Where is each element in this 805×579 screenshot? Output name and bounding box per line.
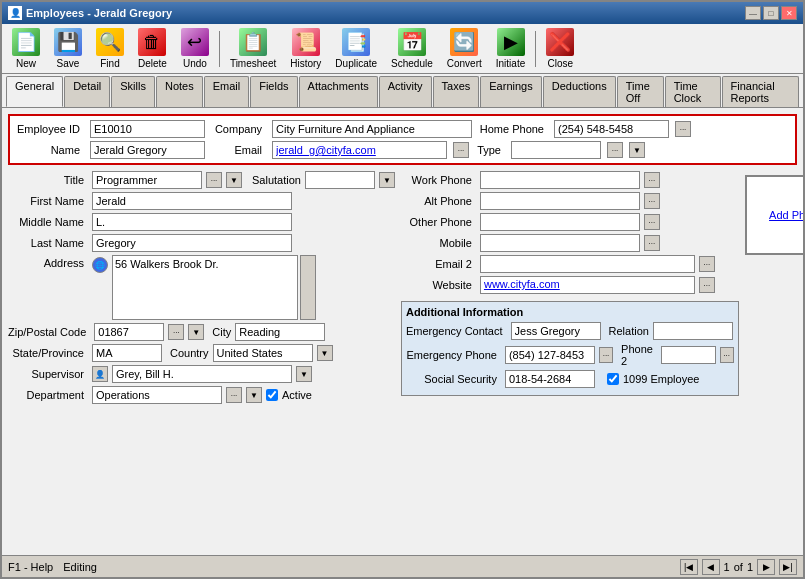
work-phone-input[interactable] (480, 171, 640, 189)
tab-activity[interactable]: Activity (379, 76, 432, 107)
title-dots-button[interactable]: ··· (206, 172, 222, 188)
home-phone-input[interactable] (554, 120, 669, 138)
website-dots-button[interactable]: ··· (699, 277, 715, 293)
website-label: Website (401, 279, 476, 291)
supervisor-input[interactable] (112, 365, 292, 383)
duplicate-button[interactable]: 📑 Duplicate (329, 26, 383, 71)
convert-button[interactable]: 🔄 Convert (441, 26, 488, 71)
mobile-dots-button[interactable]: ··· (644, 235, 660, 251)
title-dropdown-button[interactable]: ▼ (226, 172, 242, 188)
convert-label: Convert (447, 58, 482, 69)
country-dropdown-button[interactable]: ▼ (317, 345, 333, 361)
last-name-input[interactable] (92, 234, 292, 252)
add-photo-link[interactable]: Add Photo (769, 209, 803, 221)
salutation-dropdown-button[interactable]: ▼ (379, 172, 395, 188)
1099-employee-checkbox[interactable] (607, 373, 619, 385)
close-button[interactable]: ✕ (781, 6, 797, 20)
email-dots-button[interactable]: ··· (453, 142, 469, 158)
website-link[interactable]: www.cityfa.com (480, 276, 695, 294)
zip-input[interactable] (94, 323, 164, 341)
type-dots-button[interactable]: ··· (607, 142, 623, 158)
title-bar-left: 👤 Employees - Jerald Gregory (8, 6, 172, 20)
other-phone-dots-button[interactable]: ··· (644, 214, 660, 230)
emergency-phone-dots-button[interactable]: ··· (599, 347, 613, 363)
additional-info-section: Additional Information Emergency Contact… (401, 301, 739, 396)
tab-fields[interactable]: Fields (250, 76, 297, 107)
close-toolbar-button[interactable]: ❌ Close (540, 26, 580, 71)
tab-detail[interactable]: Detail (64, 76, 110, 107)
work-phone-dots-button[interactable]: ··· (644, 172, 660, 188)
salutation-input[interactable] (305, 171, 375, 189)
email2-input[interactable] (480, 255, 695, 273)
phone2-input[interactable] (661, 346, 716, 364)
middle-name-input[interactable] (92, 213, 292, 231)
timesheet-button[interactable]: 📋 Timesheet (224, 26, 282, 71)
minimize-button[interactable]: — (745, 6, 761, 20)
other-phone-input[interactable] (480, 213, 640, 231)
tab-general[interactable]: General (6, 76, 63, 107)
next-page-button[interactable]: ▶ (757, 559, 775, 575)
tab-financial-reports[interactable]: Financial Reports (722, 76, 799, 107)
email2-dots-button[interactable]: ··· (699, 256, 715, 272)
last-page-button[interactable]: ▶| (779, 559, 797, 575)
zip-dropdown-button[interactable]: ▼ (188, 324, 204, 340)
email-input[interactable] (272, 141, 447, 159)
tab-skills[interactable]: Skills (111, 76, 155, 107)
active-checkbox[interactable] (266, 389, 278, 401)
tab-email[interactable]: Email (204, 76, 250, 107)
find-button[interactable]: 🔍 Find (90, 26, 130, 71)
zip-dots-button[interactable]: ··· (168, 324, 184, 340)
home-phone-dots-button[interactable]: ··· (675, 121, 691, 137)
globe-icon[interactable]: 🌐 (92, 257, 108, 273)
save-button[interactable]: 💾 Save (48, 26, 88, 71)
emergency-phone-row: Emergency Phone ··· Phone 2 ··· (406, 343, 734, 367)
supervisor-dropdown-button[interactable]: ▼ (296, 366, 312, 382)
toolbar: 📄 New 💾 Save 🔍 Find 🗑 Delete ↩ Undo 📋 Ti… (2, 24, 803, 74)
email2-row: Email 2 ··· (401, 255, 739, 273)
tab-deductions[interactable]: Deductions (543, 76, 616, 107)
title-input[interactable] (92, 171, 202, 189)
address-scrollbar[interactable] (300, 255, 316, 320)
page-of: of (734, 561, 743, 573)
address-textarea[interactable]: 56 Walkers Brook Dr. (112, 255, 298, 320)
last-name-row: Last Name (8, 234, 395, 252)
alt-phone-input[interactable] (480, 192, 640, 210)
tab-earnings[interactable]: Earnings (480, 76, 541, 107)
emergency-phone-input[interactable] (505, 346, 595, 364)
social-security-input[interactable] (505, 370, 595, 388)
state-input[interactable] (92, 344, 162, 362)
relation-input[interactable] (653, 322, 733, 340)
initiate-button[interactable]: ▶ Initiate (490, 26, 531, 71)
main-area: Title ··· ▼ Salutation ▼ First Name Midd… (8, 171, 797, 407)
tab-taxes[interactable]: Taxes (433, 76, 480, 107)
country-input[interactable] (213, 344, 313, 362)
maximize-button[interactable]: □ (763, 6, 779, 20)
department-dots-button[interactable]: ··· (226, 387, 242, 403)
tab-time-off[interactable]: Time Off (617, 76, 664, 107)
first-page-button[interactable]: |◀ (680, 559, 698, 575)
employee-id-input[interactable] (90, 120, 205, 138)
history-button[interactable]: 📜 History (284, 26, 327, 71)
tab-notes[interactable]: Notes (156, 76, 203, 107)
tab-attachments[interactable]: Attachments (299, 76, 378, 107)
city-input[interactable] (235, 323, 325, 341)
supervisor-icon-button[interactable]: 👤 (92, 366, 108, 382)
new-button[interactable]: 📄 New (6, 26, 46, 71)
middle-name-row: Middle Name (8, 213, 395, 231)
mobile-input[interactable] (480, 234, 640, 252)
alt-phone-dots-button[interactable]: ··· (644, 193, 660, 209)
prev-page-button[interactable]: ◀ (702, 559, 720, 575)
tab-time-clock[interactable]: Time Clock (665, 76, 721, 107)
department-dropdown-button[interactable]: ▼ (246, 387, 262, 403)
name-input[interactable] (90, 141, 205, 159)
undo-button[interactable]: ↩ Undo (175, 26, 215, 71)
emergency-contact-input[interactable] (511, 322, 601, 340)
type-dropdown-button[interactable]: ▼ (629, 142, 645, 158)
schedule-button[interactable]: 📅 Schedule (385, 26, 439, 71)
company-input[interactable] (272, 120, 472, 138)
delete-button[interactable]: 🗑 Delete (132, 26, 173, 71)
phone2-dots-button[interactable]: ··· (720, 347, 734, 363)
type-input[interactable] (511, 141, 601, 159)
first-name-input[interactable] (92, 192, 292, 210)
department-input[interactable] (92, 386, 222, 404)
